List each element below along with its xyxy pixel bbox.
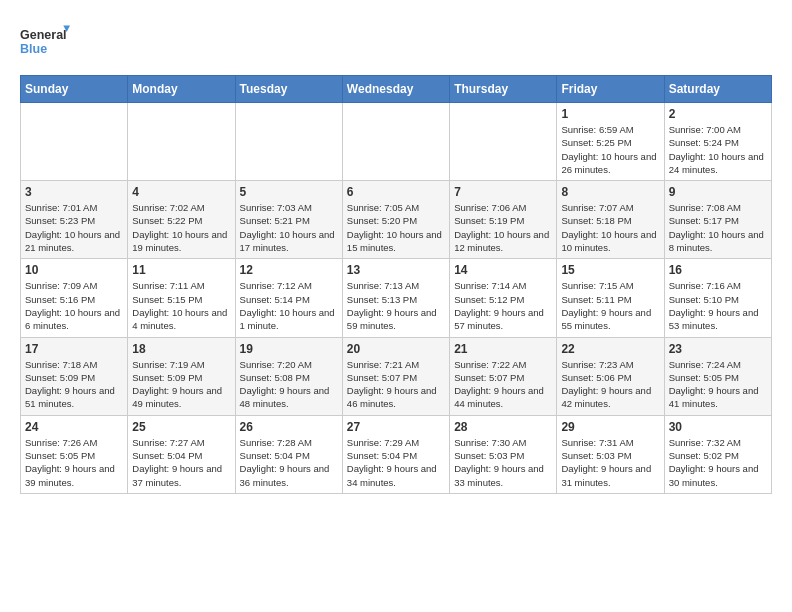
day-cell: 2Sunrise: 7:00 AM Sunset: 5:24 PM Daylig…	[664, 103, 771, 181]
day-number: 17	[25, 342, 123, 356]
day-cell: 20Sunrise: 7:21 AM Sunset: 5:07 PM Dayli…	[342, 337, 449, 415]
day-cell: 17Sunrise: 7:18 AM Sunset: 5:09 PM Dayli…	[21, 337, 128, 415]
day-info: Sunrise: 7:29 AM Sunset: 5:04 PM Dayligh…	[347, 436, 445, 489]
day-info: Sunrise: 7:31 AM Sunset: 5:03 PM Dayligh…	[561, 436, 659, 489]
day-info: Sunrise: 7:11 AM Sunset: 5:15 PM Dayligh…	[132, 279, 230, 332]
day-number: 21	[454, 342, 552, 356]
calendar: SundayMondayTuesdayWednesdayThursdayFrid…	[20, 75, 772, 494]
day-cell: 11Sunrise: 7:11 AM Sunset: 5:15 PM Dayli…	[128, 259, 235, 337]
day-info: Sunrise: 7:30 AM Sunset: 5:03 PM Dayligh…	[454, 436, 552, 489]
day-cell: 16Sunrise: 7:16 AM Sunset: 5:10 PM Dayli…	[664, 259, 771, 337]
day-cell: 25Sunrise: 7:27 AM Sunset: 5:04 PM Dayli…	[128, 415, 235, 493]
header-cell-friday: Friday	[557, 76, 664, 103]
day-info: Sunrise: 7:18 AM Sunset: 5:09 PM Dayligh…	[25, 358, 123, 411]
day-number: 16	[669, 263, 767, 277]
day-info: Sunrise: 7:09 AM Sunset: 5:16 PM Dayligh…	[25, 279, 123, 332]
day-info: Sunrise: 6:59 AM Sunset: 5:25 PM Dayligh…	[561, 123, 659, 176]
day-cell: 8Sunrise: 7:07 AM Sunset: 5:18 PM Daylig…	[557, 181, 664, 259]
day-info: Sunrise: 7:28 AM Sunset: 5:04 PM Dayligh…	[240, 436, 338, 489]
day-info: Sunrise: 7:02 AM Sunset: 5:22 PM Dayligh…	[132, 201, 230, 254]
day-cell: 26Sunrise: 7:28 AM Sunset: 5:04 PM Dayli…	[235, 415, 342, 493]
day-number: 12	[240, 263, 338, 277]
day-number: 26	[240, 420, 338, 434]
day-number: 8	[561, 185, 659, 199]
day-number: 6	[347, 185, 445, 199]
header-cell-wednesday: Wednesday	[342, 76, 449, 103]
day-number: 29	[561, 420, 659, 434]
day-cell: 14Sunrise: 7:14 AM Sunset: 5:12 PM Dayli…	[450, 259, 557, 337]
day-info: Sunrise: 7:07 AM Sunset: 5:18 PM Dayligh…	[561, 201, 659, 254]
day-number: 4	[132, 185, 230, 199]
day-info: Sunrise: 7:01 AM Sunset: 5:23 PM Dayligh…	[25, 201, 123, 254]
day-info: Sunrise: 7:32 AM Sunset: 5:02 PM Dayligh…	[669, 436, 767, 489]
day-number: 9	[669, 185, 767, 199]
day-cell: 28Sunrise: 7:30 AM Sunset: 5:03 PM Dayli…	[450, 415, 557, 493]
day-number: 5	[240, 185, 338, 199]
day-cell: 30Sunrise: 7:32 AM Sunset: 5:02 PM Dayli…	[664, 415, 771, 493]
week-row: 1Sunrise: 6:59 AM Sunset: 5:25 PM Daylig…	[21, 103, 772, 181]
day-cell: 22Sunrise: 7:23 AM Sunset: 5:06 PM Dayli…	[557, 337, 664, 415]
day-number: 27	[347, 420, 445, 434]
day-cell: 5Sunrise: 7:03 AM Sunset: 5:21 PM Daylig…	[235, 181, 342, 259]
header-cell-thursday: Thursday	[450, 76, 557, 103]
svg-text:General: General	[20, 28, 67, 42]
day-cell: 3Sunrise: 7:01 AM Sunset: 5:23 PM Daylig…	[21, 181, 128, 259]
header: General Blue	[20, 20, 772, 65]
day-number: 13	[347, 263, 445, 277]
week-row: 24Sunrise: 7:26 AM Sunset: 5:05 PM Dayli…	[21, 415, 772, 493]
day-info: Sunrise: 7:22 AM Sunset: 5:07 PM Dayligh…	[454, 358, 552, 411]
day-cell: 18Sunrise: 7:19 AM Sunset: 5:09 PM Dayli…	[128, 337, 235, 415]
day-number: 22	[561, 342, 659, 356]
day-number: 25	[132, 420, 230, 434]
day-number: 20	[347, 342, 445, 356]
day-cell: 23Sunrise: 7:24 AM Sunset: 5:05 PM Dayli…	[664, 337, 771, 415]
day-info: Sunrise: 7:13 AM Sunset: 5:13 PM Dayligh…	[347, 279, 445, 332]
day-cell: 29Sunrise: 7:31 AM Sunset: 5:03 PM Dayli…	[557, 415, 664, 493]
day-cell: 15Sunrise: 7:15 AM Sunset: 5:11 PM Dayli…	[557, 259, 664, 337]
day-cell: 27Sunrise: 7:29 AM Sunset: 5:04 PM Dayli…	[342, 415, 449, 493]
day-number: 11	[132, 263, 230, 277]
day-cell: 19Sunrise: 7:20 AM Sunset: 5:08 PM Dayli…	[235, 337, 342, 415]
header-row: SundayMondayTuesdayWednesdayThursdayFrid…	[21, 76, 772, 103]
logo-svg: General Blue	[20, 20, 70, 65]
day-number: 24	[25, 420, 123, 434]
day-cell: 4Sunrise: 7:02 AM Sunset: 5:22 PM Daylig…	[128, 181, 235, 259]
day-cell: 13Sunrise: 7:13 AM Sunset: 5:13 PM Dayli…	[342, 259, 449, 337]
day-number: 28	[454, 420, 552, 434]
day-cell	[342, 103, 449, 181]
week-row: 17Sunrise: 7:18 AM Sunset: 5:09 PM Dayli…	[21, 337, 772, 415]
day-info: Sunrise: 7:23 AM Sunset: 5:06 PM Dayligh…	[561, 358, 659, 411]
day-info: Sunrise: 7:05 AM Sunset: 5:20 PM Dayligh…	[347, 201, 445, 254]
day-info: Sunrise: 7:03 AM Sunset: 5:21 PM Dayligh…	[240, 201, 338, 254]
day-info: Sunrise: 7:12 AM Sunset: 5:14 PM Dayligh…	[240, 279, 338, 332]
day-number: 30	[669, 420, 767, 434]
day-info: Sunrise: 7:19 AM Sunset: 5:09 PM Dayligh…	[132, 358, 230, 411]
day-info: Sunrise: 7:27 AM Sunset: 5:04 PM Dayligh…	[132, 436, 230, 489]
day-cell: 12Sunrise: 7:12 AM Sunset: 5:14 PM Dayli…	[235, 259, 342, 337]
svg-text:Blue: Blue	[20, 42, 47, 56]
day-cell: 10Sunrise: 7:09 AM Sunset: 5:16 PM Dayli…	[21, 259, 128, 337]
day-number: 7	[454, 185, 552, 199]
day-number: 23	[669, 342, 767, 356]
day-number: 10	[25, 263, 123, 277]
logo: General Blue	[20, 20, 70, 65]
day-cell: 1Sunrise: 6:59 AM Sunset: 5:25 PM Daylig…	[557, 103, 664, 181]
header-cell-monday: Monday	[128, 76, 235, 103]
day-cell	[21, 103, 128, 181]
day-number: 19	[240, 342, 338, 356]
day-info: Sunrise: 7:00 AM Sunset: 5:24 PM Dayligh…	[669, 123, 767, 176]
day-cell	[450, 103, 557, 181]
day-number: 15	[561, 263, 659, 277]
calendar-header: SundayMondayTuesdayWednesdayThursdayFrid…	[21, 76, 772, 103]
calendar-body: 1Sunrise: 6:59 AM Sunset: 5:25 PM Daylig…	[21, 103, 772, 494]
header-cell-tuesday: Tuesday	[235, 76, 342, 103]
day-info: Sunrise: 7:20 AM Sunset: 5:08 PM Dayligh…	[240, 358, 338, 411]
day-cell: 7Sunrise: 7:06 AM Sunset: 5:19 PM Daylig…	[450, 181, 557, 259]
day-number: 14	[454, 263, 552, 277]
day-info: Sunrise: 7:14 AM Sunset: 5:12 PM Dayligh…	[454, 279, 552, 332]
day-number: 18	[132, 342, 230, 356]
day-cell	[235, 103, 342, 181]
day-info: Sunrise: 7:15 AM Sunset: 5:11 PM Dayligh…	[561, 279, 659, 332]
day-cell: 21Sunrise: 7:22 AM Sunset: 5:07 PM Dayli…	[450, 337, 557, 415]
day-info: Sunrise: 7:24 AM Sunset: 5:05 PM Dayligh…	[669, 358, 767, 411]
